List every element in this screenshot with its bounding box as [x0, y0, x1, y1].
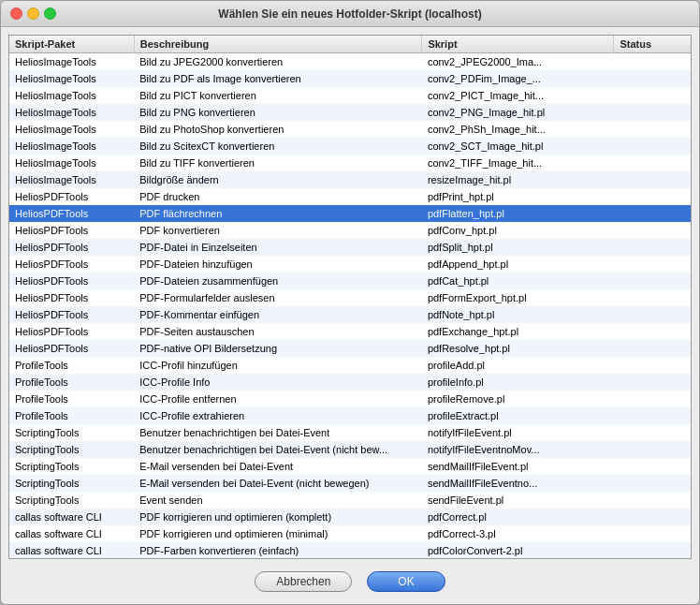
table-row[interactable]: HeliosPDFToolsPDF druckenpdfPrint_hpt.pl: [9, 188, 691, 205]
table-row[interactable]: ScriptingToolsE-Mail versenden bei Datei…: [9, 475, 691, 492]
cell-package: HeliosPDFTools: [9, 306, 134, 323]
col-header-skript[interactable]: Skript: [422, 36, 614, 53]
cell-skript: pdfNote_hpt.pl: [422, 306, 614, 323]
maximize-button[interactable]: [44, 7, 56, 20]
cell-description: PDF korrigieren und optimieren (komplett…: [134, 509, 422, 525]
cell-status: [614, 374, 691, 391]
close-button[interactable]: [10, 7, 22, 20]
ok-button[interactable]: OK: [367, 571, 445, 592]
table-row[interactable]: HeliosImageToolsBild zu PICT konvertiere…: [9, 87, 691, 104]
cell-skript: conv2_PDFim_Image_...: [422, 70, 614, 87]
table-row[interactable]: HeliosPDFToolsPDF flächrechnenpdfFlatten…: [9, 205, 691, 222]
cell-description: PDF-native OPI Bildersetzung: [134, 340, 422, 357]
cell-status: [614, 121, 691, 138]
cell-status: [614, 155, 691, 171]
cell-skript: conv2_TIFF_Image_hit...: [422, 155, 614, 171]
cell-skript: conv2_PhSh_Image_hit...: [422, 121, 614, 138]
table-row[interactable]: HeliosImageToolsBild zu TIFF konvertiere…: [9, 155, 691, 171]
cell-description: PDF-Kommentar einfügen: [134, 306, 422, 323]
cell-skript: notifyIfFileEvent.pl: [422, 424, 614, 441]
cell-status: [614, 53, 691, 70]
table-row[interactable]: HeliosImageToolsBild zu ScitexCT konvert…: [9, 138, 691, 155]
cell-status: [614, 323, 691, 340]
cell-skript: pdfAppend_hpt.pl: [422, 256, 614, 273]
col-header-package[interactable]: Skript-Paket: [9, 36, 134, 53]
cell-skript: sendMailIfFileEvent.pl: [422, 458, 614, 475]
cell-status: [614, 188, 691, 205]
cell-status: [614, 171, 691, 188]
table-row[interactable]: HeliosPDFToolsPDF-Seiten austauschenpdfE…: [9, 323, 691, 340]
cell-status: [614, 70, 691, 87]
cell-package: HeliosPDFTools: [9, 289, 134, 306]
cell-description: E-Mail versenden bei Datei-Event (nicht …: [134, 475, 422, 492]
cell-package: HeliosPDFTools: [9, 239, 134, 256]
table-row[interactable]: ProfileToolsICC-Profile entfernenprofile…: [9, 391, 691, 407]
cell-package: HeliosPDFTools: [9, 340, 134, 357]
cell-description: PDF-Dateien hinzufügen: [134, 256, 422, 273]
cell-skript: profileExtract.pl: [422, 407, 614, 424]
table-row[interactable]: callas software CLIPDF korrigieren und o…: [9, 509, 691, 525]
table-row[interactable]: ScriptingToolsBenutzer benachrichtigen b…: [9, 441, 691, 458]
cell-description: Bild zu PNG konvertieren: [134, 104, 422, 121]
cell-package: ScriptingTools: [9, 458, 134, 475]
cell-status: [614, 256, 691, 273]
table-row[interactable]: HeliosPDFToolsPDF-Dateien hinzufügenpdfA…: [9, 256, 691, 273]
table-row[interactable]: HeliosPDFToolsPDF-Formularfelder auslese…: [9, 289, 691, 306]
table-row[interactable]: HeliosImageToolsBild zu JPEG2000 konvert…: [9, 53, 691, 70]
cell-status: [614, 424, 691, 441]
cell-skript: pdfFlatten_hpt.pl: [422, 205, 614, 222]
col-header-status[interactable]: Status: [614, 36, 691, 53]
cell-status: [614, 239, 691, 256]
cell-package: ScriptingTools: [9, 441, 134, 458]
cell-package: ProfileTools: [9, 374, 134, 391]
table-row[interactable]: HeliosImageToolsBildgröße ändernresizeIm…: [9, 171, 691, 188]
table-row[interactable]: ProfileToolsICC-Profil hinzufügenprofile…: [9, 357, 691, 374]
cancel-button[interactable]: Abbrechen: [255, 571, 352, 592]
cell-package: ScriptingTools: [9, 475, 134, 492]
table-row[interactable]: HeliosPDFToolsPDF-Datei in Einzelseitenp…: [9, 239, 691, 256]
cell-status: [614, 222, 691, 239]
titlebar: Wählen Sie ein neues Hotfolder-Skript (l…: [1, 1, 699, 27]
col-header-desc[interactable]: Beschreibung: [134, 36, 422, 53]
cell-skript: pdfFormExport_hpt.pl: [422, 289, 614, 306]
cell-description: ICC-Profile Info: [134, 374, 422, 391]
table-row[interactable]: HeliosPDFToolsPDF konvertierenpdfConv_hp…: [9, 222, 691, 239]
table-header: Skript-Paket Beschreibung Skript Status: [9, 36, 691, 53]
table-row[interactable]: callas software CLIPDF korrigieren und o…: [9, 525, 691, 542]
cell-package: HeliosPDFTools: [9, 256, 134, 273]
cell-package: callas software CLI: [9, 542, 134, 559]
table-row[interactable]: HeliosImageToolsBild zu PhotoShop konver…: [9, 121, 691, 138]
cell-skript: pdfExchange_hpt.pl: [422, 323, 614, 340]
cell-package: HeliosImageTools: [9, 121, 134, 138]
cell-description: ICC-Profile entfernen: [134, 391, 422, 407]
cell-skript: pdfResolve_hpt.pl: [422, 340, 614, 357]
cell-package: HeliosPDFTools: [9, 205, 134, 222]
table-row[interactable]: ScriptingToolsBenutzer benachrichtigen b…: [9, 424, 691, 441]
table-body: HeliosImageToolsBild zu JPEG2000 konvert…: [9, 53, 691, 559]
minimize-button[interactable]: [27, 7, 39, 20]
cell-description: Event senden: [134, 492, 422, 509]
scripts-table: Skript-Paket Beschreibung Skript Status …: [9, 36, 691, 558]
table-row[interactable]: ProfileToolsICC-Profile InfoprofileInfo.…: [9, 374, 691, 391]
cell-description: PDF flächrechnen: [134, 205, 422, 222]
cell-description: PDF-Dateien zusammenfügen: [134, 273, 422, 289]
table-row[interactable]: ProfileToolsICC-Profile extrahierenprofi…: [9, 407, 691, 424]
cell-skript: pdfPrint_hpt.pl: [422, 188, 614, 205]
cell-status: [614, 87, 691, 104]
cell-skript: pdfSplit_hpt.pl: [422, 239, 614, 256]
table-row[interactable]: HeliosPDFToolsPDF-native OPI Bildersetzu…: [9, 340, 691, 357]
table-row[interactable]: HeliosPDFToolsPDF-Dateien zusammenfügenp…: [9, 273, 691, 289]
table-wrapper[interactable]: Skript-Paket Beschreibung Skript Status …: [9, 36, 691, 558]
cell-description: PDF-Farben konvertieren (einfach): [134, 542, 422, 559]
table-row[interactable]: HeliosImageToolsBild zu PDF als Image ko…: [9, 70, 691, 87]
cell-skript: resizeImage_hit.pl: [422, 171, 614, 188]
window-title: Wählen Sie ein neues Hotfolder-Skript (l…: [218, 7, 481, 21]
table-row[interactable]: callas software CLIPDF-Farben konvertier…: [9, 542, 691, 559]
table-row[interactable]: HeliosImageToolsBild zu PNG konvertieren…: [9, 104, 691, 121]
cell-package: callas software CLI: [9, 525, 134, 542]
table-row[interactable]: ScriptingToolsEvent sendensendFileEvent.…: [9, 492, 691, 509]
table-row[interactable]: HeliosPDFToolsPDF-Kommentar einfügenpdfN…: [9, 306, 691, 323]
table-row[interactable]: ScriptingToolsE-Mail versenden bei Datei…: [9, 458, 691, 475]
cell-status: [614, 340, 691, 357]
cell-description: Benutzer benachrichtigen bei Datei-Event: [134, 424, 422, 441]
